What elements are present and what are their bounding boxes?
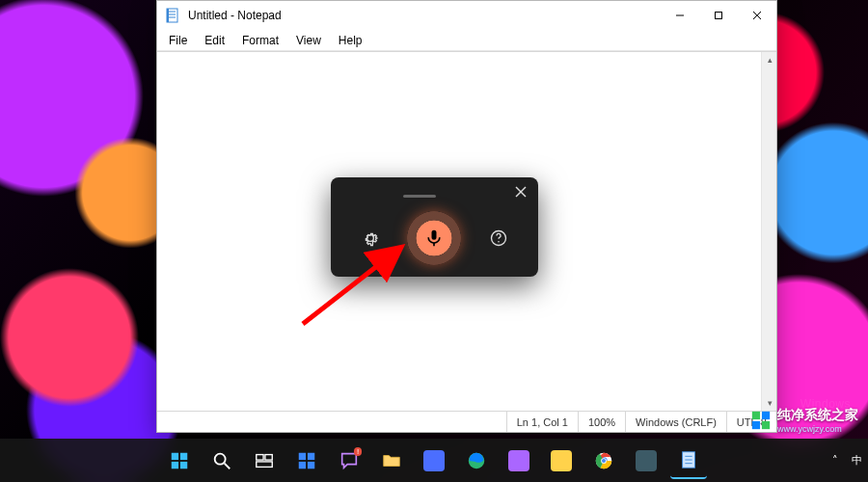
svg-point-12 xyxy=(498,240,500,242)
widgets-button[interactable] xyxy=(288,442,325,479)
scroll-up-arrow[interactable]: ▴ xyxy=(762,52,777,67)
tray-ime-indicator[interactable]: 中 xyxy=(852,453,862,468)
svg-point-22 xyxy=(215,453,226,464)
voice-settings-button[interactable] xyxy=(356,224,385,253)
svg-rect-25 xyxy=(265,454,272,460)
svg-rect-6 xyxy=(716,13,722,19)
status-caret-pos: Ln 1, Col 1 xyxy=(506,412,578,432)
titlebar[interactable]: Untitled - Notepad xyxy=(157,1,776,30)
vertical-scrollbar[interactable]: ▴ ▾ xyxy=(761,52,776,411)
watermark: 纯净系统之家 www.ycwjzy.com xyxy=(750,407,858,434)
microphone-icon xyxy=(424,228,444,248)
svg-rect-27 xyxy=(299,452,306,459)
status-zoom: 100% xyxy=(578,412,625,432)
menu-help[interactable]: Help xyxy=(331,32,370,49)
file-explorer[interactable] xyxy=(373,442,410,479)
menu-format[interactable]: Format xyxy=(234,32,286,49)
svg-rect-18 xyxy=(172,452,178,459)
svg-rect-16 xyxy=(752,421,760,429)
taskbar: ! ˄ 中 xyxy=(0,439,868,482)
minimize-button[interactable] xyxy=(661,1,699,30)
svg-rect-30 xyxy=(308,461,314,468)
app-generic-2[interactable] xyxy=(501,442,537,479)
svg-rect-15 xyxy=(762,412,770,419)
drag-handle[interactable] xyxy=(335,187,503,198)
window-title: Untitled - Notepad xyxy=(188,9,653,22)
chat-button[interactable]: ! xyxy=(331,442,367,479)
svg-rect-29 xyxy=(299,461,306,468)
menu-edit[interactable]: Edit xyxy=(197,32,232,49)
menu-view[interactable]: View xyxy=(288,32,329,49)
tray-overflow-button[interactable]: ˄ xyxy=(832,454,838,467)
app-generic-4[interactable] xyxy=(628,442,665,479)
svg-rect-14 xyxy=(752,412,760,419)
svg-rect-21 xyxy=(180,461,187,468)
menubar: File Edit Format View Help xyxy=(157,30,776,51)
voice-mic-button[interactable] xyxy=(407,211,461,265)
notepad-icon xyxy=(165,8,180,23)
voice-typing-overlay xyxy=(331,177,538,277)
svg-rect-26 xyxy=(257,461,273,467)
close-button[interactable] xyxy=(738,1,776,30)
svg-rect-24 xyxy=(257,454,263,460)
svg-point-35 xyxy=(602,458,606,462)
maximize-button[interactable] xyxy=(699,1,738,30)
menu-file[interactable]: File xyxy=(161,32,195,49)
svg-rect-20 xyxy=(172,461,178,468)
status-line-ending: Windows (CRLF) xyxy=(625,412,726,432)
taskbar-pinned: ! xyxy=(161,442,707,479)
svg-rect-17 xyxy=(762,421,770,429)
chat-badge: ! xyxy=(354,447,362,456)
help-icon xyxy=(489,228,508,248)
chrome-browser[interactable] xyxy=(585,442,622,479)
notepad-app[interactable] xyxy=(670,442,707,479)
gear-icon xyxy=(361,228,380,248)
voice-help-button[interactable] xyxy=(484,224,513,253)
edge-browser[interactable] xyxy=(458,442,495,479)
watermark-url: www.ycwjzy.com xyxy=(777,424,858,434)
start-button[interactable] xyxy=(161,442,198,479)
system-tray: ˄ 中 xyxy=(832,453,868,468)
app-generic-1[interactable] xyxy=(416,442,452,479)
svg-rect-4 xyxy=(167,9,169,22)
watermark-logo-icon xyxy=(750,410,772,431)
task-view-button[interactable] xyxy=(246,442,283,479)
watermark-text: 纯净系统之家 xyxy=(777,407,858,422)
svg-rect-19 xyxy=(180,452,187,459)
search-button[interactable] xyxy=(203,442,240,479)
svg-rect-28 xyxy=(308,452,314,459)
statusbar: Ln 1, Col 1 100% Windows (CRLF) UTF-8 xyxy=(157,411,776,432)
app-generic-3[interactable] xyxy=(543,442,580,479)
svg-line-23 xyxy=(225,463,231,469)
voice-close-button[interactable] xyxy=(507,178,534,205)
